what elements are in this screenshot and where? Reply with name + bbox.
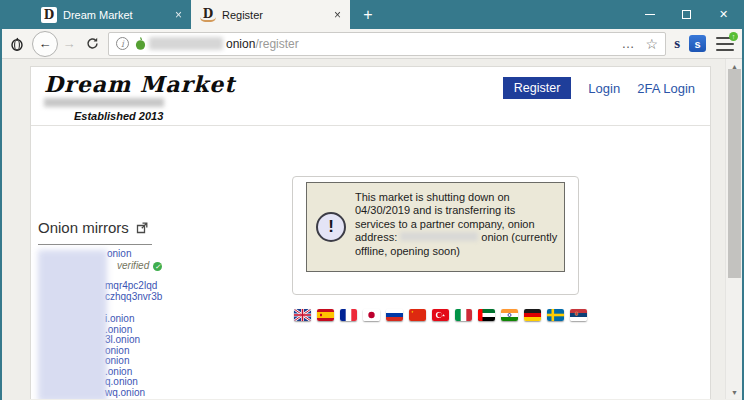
new-tab-button[interactable]: + [354,0,382,29]
back-button[interactable]: ← [32,31,58,57]
minimize-icon [645,14,655,15]
redacted-blur [44,98,164,107]
minimize-button[interactable] [631,0,668,29]
flag-spain-icon[interactable] [317,309,334,321]
flag-sweden-icon[interactable] [547,309,564,321]
flag-india-icon[interactable] [501,309,518,321]
flag-uk-icon[interactable] [294,309,311,321]
url-bar[interactable]: i onion /register … ☆ [108,32,666,56]
maximize-button[interactable] [668,0,705,29]
menu-button[interactable]: ↑ [716,37,734,51]
reload-icon [86,37,99,50]
reload-button[interactable] [80,32,104,56]
onion-mirrors-section: Onion mirrors onion verified ✓ [38,219,278,398]
flag-france-icon[interactable] [340,309,357,321]
login-link[interactable]: Login [588,81,620,96]
page-actions-icon[interactable]: … [622,36,636,51]
shutdown-notice: ! This market is shutting down on 04/30/… [306,182,565,272]
page-viewport: Dream Market Established 2013 Register L… [2,59,742,399]
flag-russia-icon[interactable] [386,309,403,321]
redacted-blur [38,250,107,399]
scroll-down-icon[interactable]: ▼ [726,385,742,399]
url-path-text: /register [255,37,298,51]
page-card: Dream Market Established 2013 Register L… [30,66,711,399]
tab-title: Dream Market [63,9,169,21]
warning-icon: ! [316,212,346,242]
onion-mirrors-heading: Onion mirrors [38,219,129,236]
browser-window: D Dream Market × D Register × + ✕ ← → [0,0,744,400]
tab-bar: D Dream Market × D Register × + ✕ [2,0,742,29]
verified-check-icon: ✓ [153,262,162,271]
tor-onion-icon [9,36,25,52]
navigation-toolbar: ← → i onion /register … ☆ s s [2,29,742,59]
site-info-icon[interactable]: i [116,37,129,50]
divider [38,244,152,245]
close-button[interactable]: ✕ [705,0,742,29]
tab-dream-market[interactable]: D Dream Market × [32,0,191,29]
flag-turkey-icon[interactable] [432,309,449,321]
site-header: Dream Market Established 2013 Register L… [31,67,710,126]
bookmark-star-icon[interactable]: ☆ [646,36,659,52]
url-host-text: onion [226,37,255,51]
flag-china-icon[interactable] [409,309,426,321]
scrollbar-thumb[interactable] [728,69,741,278]
forward-button[interactable]: → [58,32,80,56]
flag-italy-icon[interactable] [455,309,472,321]
dream-market-favicon-icon: D [200,7,216,22]
tor-onion-button[interactable] [5,32,29,56]
tab-close-icon[interactable]: × [175,8,182,22]
site-logo: Dream Market [44,71,235,97]
scrollbar[interactable]: ▲ ▼ [725,59,742,399]
flag-germany-icon[interactable] [524,309,541,321]
established-text: Established 2013 [74,110,235,122]
mirror-list: onion verified ✓ mqr4pc2lqd czhqq3nvr3b … [38,248,278,398]
flag-serbia-icon[interactable] [570,309,587,321]
redacted-blur [400,232,478,241]
redacted-url-blur [149,37,223,50]
tab-register[interactable]: D Register × [191,0,350,29]
auth-nav: Register Login 2FA Login [503,77,695,99]
onion-circuit-icon[interactable] [135,37,146,50]
flag-japan-icon[interactable] [363,309,380,321]
tab-close-icon[interactable]: × [334,8,341,22]
extension-s-square-icon[interactable]: s [689,35,706,52]
language-flags [294,309,587,321]
update-badge-icon: ↑ [729,32,738,41]
external-link-icon[interactable] [136,222,148,234]
shutdown-notice-text: This market is shutting down on 04/30/20… [355,191,558,258]
dream-market-favicon-icon: D [41,7,57,23]
2fa-login-link[interactable]: 2FA Login [637,81,695,96]
flag-uae-icon[interactable] [478,309,495,321]
notice-panel: ! This market is shutting down on 04/30/… [292,176,579,295]
tab-title: Register [222,9,328,21]
register-button[interactable]: Register [503,77,572,99]
window-controls: ✕ [631,0,742,29]
extension-s-icon[interactable]: s [674,35,680,52]
maximize-icon [682,10,691,19]
